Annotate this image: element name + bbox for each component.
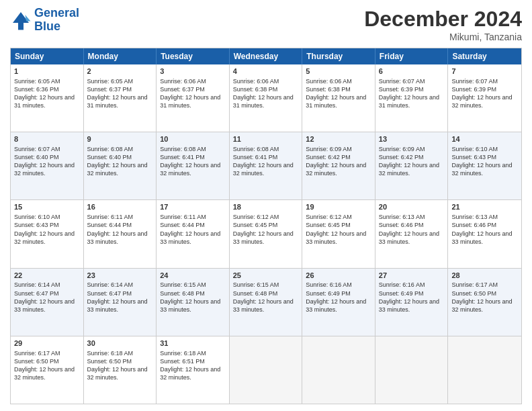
day-number: 10 — [160, 134, 226, 144]
calendar-cell: 27Sunrise: 6:16 AMSunset: 6:49 PMDayligh… — [375, 269, 449, 336]
daylight-text: Daylight: 12 hours and 32 minutes. — [233, 162, 294, 177]
calendar-cell: 22Sunrise: 6:14 AMSunset: 6:47 PMDayligh… — [11, 269, 84, 336]
calendar-cell: 26Sunrise: 6:16 AMSunset: 6:49 PMDayligh… — [302, 269, 375, 336]
daylight-text: Daylight: 12 hours and 31 minutes. — [379, 94, 439, 109]
day-number: 4 — [233, 66, 299, 77]
calendar-row: 8Sunrise: 6:07 AMSunset: 6:40 PMDaylight… — [11, 132, 521, 200]
sunset-text: Sunset: 6:49 PM — [379, 290, 424, 297]
sunrise-text: Sunrise: 6:07 AM — [451, 78, 498, 85]
daylight-text: Daylight: 12 hours and 33 minutes. — [379, 230, 439, 245]
calendar-cell: 20Sunrise: 6:13 AMSunset: 6:46 PMDayligh… — [375, 200, 449, 267]
day-number: 3 — [160, 66, 226, 77]
day-number: 19 — [306, 202, 371, 212]
header-saturday: Saturday — [448, 48, 521, 64]
sunset-text: Sunset: 6:45 PM — [306, 222, 351, 228]
sunset-text: Sunset: 6:41 PM — [233, 154, 278, 161]
calendar-cell — [230, 336, 303, 404]
calendar-cell: 13Sunrise: 6:09 AMSunset: 6:42 PMDayligh… — [375, 132, 449, 199]
calendar-cell: 4Sunrise: 6:06 AMSunset: 6:38 PMDaylight… — [230, 64, 303, 132]
sunset-text: Sunset: 6:50 PM — [14, 358, 59, 365]
day-number: 12 — [306, 134, 371, 144]
sunrise-text: Sunrise: 6:18 AM — [87, 350, 134, 357]
calendar-body: 1Sunrise: 6:05 AMSunset: 6:36 PMDaylight… — [11, 64, 521, 404]
day-number: 2 — [87, 66, 153, 77]
sunrise-text: Sunrise: 6:11 AM — [160, 214, 206, 220]
sunrise-text: Sunrise: 6:16 AM — [306, 281, 352, 288]
sunrise-text: Sunrise: 6:15 AM — [233, 281, 279, 288]
sunrise-text: Sunrise: 6:08 AM — [233, 146, 279, 152]
header-monday: Monday — [84, 48, 157, 64]
logo-line2: Blue — [34, 19, 60, 33]
day-number: 26 — [306, 271, 371, 281]
calendar-cell: 25Sunrise: 6:15 AMSunset: 6:48 PMDayligh… — [230, 269, 303, 336]
calendar-cell: 21Sunrise: 6:13 AMSunset: 6:46 PMDayligh… — [448, 200, 521, 267]
calendar-cell: 14Sunrise: 6:10 AMSunset: 6:43 PMDayligh… — [448, 132, 521, 199]
daylight-text: Daylight: 12 hours and 33 minutes. — [233, 298, 294, 313]
sunrise-text: Sunrise: 6:10 AM — [451, 146, 498, 152]
sunrise-text: Sunrise: 6:13 AM — [451, 214, 498, 220]
daylight-text: Daylight: 12 hours and 33 minutes. — [160, 230, 220, 245]
daylight-text: Daylight: 12 hours and 32 minutes. — [451, 94, 512, 109]
calendar-row: 1Sunrise: 6:05 AMSunset: 6:36 PMDaylight… — [11, 64, 521, 132]
daylight-text: Daylight: 12 hours and 32 minutes. — [160, 162, 220, 177]
calendar-cell: 17Sunrise: 6:11 AMSunset: 6:44 PMDayligh… — [157, 200, 230, 267]
header-thursday: Thursday — [302, 48, 375, 64]
calendar-cell: 8Sunrise: 6:07 AMSunset: 6:40 PMDaylight… — [11, 132, 84, 199]
calendar: Sunday Monday Tuesday Wednesday Thursday… — [10, 48, 522, 404]
daylight-text: Daylight: 12 hours and 31 minutes. — [306, 94, 366, 109]
sunset-text: Sunset: 6:39 PM — [451, 86, 496, 93]
logo-line1: General — [34, 6, 79, 19]
header-wednesday: Wednesday — [230, 48, 303, 64]
sunset-text: Sunset: 6:44 PM — [160, 222, 205, 228]
sunset-text: Sunset: 6:38 PM — [233, 86, 278, 93]
sunset-text: Sunset: 6:46 PM — [379, 222, 424, 228]
location: Mikumi, Tanzania — [364, 32, 522, 42]
sunset-text: Sunset: 6:45 PM — [233, 222, 278, 228]
sunset-text: Sunset: 6:42 PM — [379, 154, 424, 161]
calendar-header: Sunday Monday Tuesday Wednesday Thursday… — [11, 48, 521, 64]
sunrise-text: Sunrise: 6:12 AM — [306, 214, 352, 220]
sunset-text: Sunset: 6:37 PM — [87, 86, 132, 93]
daylight-text: Daylight: 12 hours and 33 minutes. — [233, 230, 294, 245]
daylight-text: Daylight: 12 hours and 32 minutes. — [451, 298, 512, 313]
day-number: 16 — [87, 202, 153, 212]
sunset-text: Sunset: 6:51 PM — [160, 358, 205, 365]
sunset-text: Sunset: 6:49 PM — [306, 290, 351, 297]
daylight-text: Daylight: 12 hours and 31 minutes. — [160, 94, 220, 109]
calendar-cell: 24Sunrise: 6:15 AMSunset: 6:48 PMDayligh… — [157, 269, 230, 336]
sunset-text: Sunset: 6:37 PM — [160, 86, 205, 93]
daylight-text: Daylight: 12 hours and 33 minutes. — [160, 298, 220, 313]
logo-text: General Blue — [34, 7, 79, 34]
day-number: 7 — [451, 66, 518, 77]
sunset-text: Sunset: 6:50 PM — [451, 290, 496, 297]
day-number: 13 — [379, 134, 445, 144]
sunrise-text: Sunrise: 6:08 AM — [160, 146, 206, 152]
daylight-text: Daylight: 12 hours and 33 minutes. — [87, 298, 148, 313]
logo-icon — [10, 9, 32, 31]
sunset-text: Sunset: 6:43 PM — [451, 154, 496, 161]
sunset-text: Sunset: 6:40 PM — [87, 154, 132, 161]
calendar-cell: 16Sunrise: 6:11 AMSunset: 6:44 PMDayligh… — [84, 200, 157, 267]
daylight-text: Daylight: 12 hours and 33 minutes. — [379, 298, 439, 313]
sunrise-text: Sunrise: 6:09 AM — [379, 146, 425, 152]
day-number: 14 — [451, 134, 518, 144]
month-title: December 2024 — [364, 7, 522, 32]
day-number: 31 — [160, 338, 226, 349]
sunrise-text: Sunrise: 6:06 AM — [160, 78, 206, 85]
daylight-text: Daylight: 12 hours and 33 minutes. — [306, 230, 366, 245]
daylight-text: Daylight: 12 hours and 32 minutes. — [306, 162, 366, 177]
day-number: 8 — [14, 134, 80, 144]
sunrise-text: Sunrise: 6:14 AM — [87, 281, 134, 288]
sunrise-text: Sunrise: 6:14 AM — [14, 281, 60, 288]
calendar-cell: 6Sunrise: 6:07 AMSunset: 6:39 PMDaylight… — [375, 64, 449, 132]
page: General Blue December 2024 Mikumi, Tanza… — [0, 0, 532, 411]
sunrise-text: Sunrise: 6:05 AM — [14, 78, 60, 85]
sunrise-text: Sunrise: 6:17 AM — [451, 281, 498, 288]
sunrise-text: Sunrise: 6:08 AM — [87, 146, 134, 152]
calendar-cell: 12Sunrise: 6:09 AMSunset: 6:42 PMDayligh… — [302, 132, 375, 199]
calendar-cell: 15Sunrise: 6:10 AMSunset: 6:43 PMDayligh… — [11, 200, 84, 267]
title-block: December 2024 Mikumi, Tanzania — [364, 7, 522, 42]
daylight-text: Daylight: 12 hours and 32 minutes. — [14, 162, 75, 177]
sunrise-text: Sunrise: 6:11 AM — [87, 214, 134, 220]
sunrise-text: Sunrise: 6:13 AM — [379, 214, 425, 220]
